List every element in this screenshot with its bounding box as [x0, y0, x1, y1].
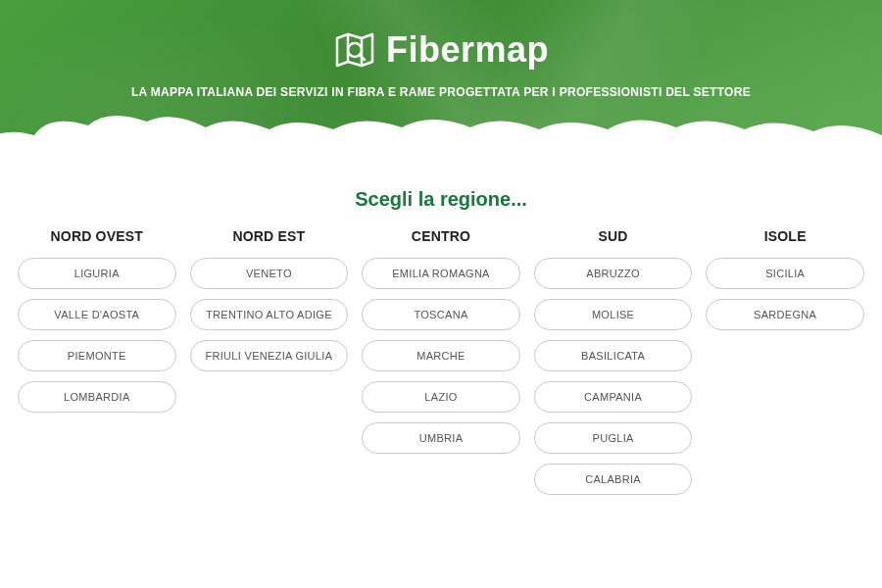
region-button[interactable]: EMILIA ROMAGNA [362, 258, 520, 289]
region-column: CENTROEMILIA ROMAGNATOSCANAMARCHELAZIOUM… [362, 228, 520, 505]
region-button[interactable]: BASILICATA [534, 340, 693, 371]
column-title: NORD EST [190, 228, 349, 244]
region-button[interactable]: UMBRIA [362, 422, 520, 454]
region-button[interactable]: FRIULI VENEZIA GIULIA [190, 340, 349, 371]
column-title: ISOLE [706, 228, 864, 244]
logo: Fibermap [333, 29, 549, 71]
region-column: SUDABRUZZOMOLISEBASILICATACAMPANIAPUGLIA… [534, 228, 693, 505]
column-title: NORD OVEST [18, 228, 176, 244]
region-button[interactable]: CALABRIA [534, 464, 693, 495]
region-button[interactable]: MARCHE [362, 340, 520, 371]
column-title: CENTRO [362, 228, 520, 244]
region-column: ISOLESICILIASARDEGNA [706, 228, 864, 505]
column-title: SUD [534, 228, 693, 244]
tagline: LA MAPPA ITALIANA DEI SERVIZI IN FIBRA E… [0, 85, 882, 99]
main-content: Scegli la regione... NORD OVESTLIGURIAVA… [0, 165, 882, 505]
region-button[interactable]: VALLE D'AOSTA [18, 299, 176, 330]
region-button[interactable]: VENETO [190, 258, 349, 289]
region-button[interactable]: LAZIO [362, 381, 520, 413]
region-button[interactable]: LOMBARDIA [18, 381, 176, 413]
hero-banner: Fibermap LA MAPPA ITALIANA DEI SERVIZI I… [0, 0, 882, 165]
region-column: NORD ESTVENETOTRENTINO ALTO ADIGEFRIULI … [190, 228, 349, 505]
region-button[interactable]: SICILIA [706, 258, 864, 289]
region-button[interactable]: PUGLIA [534, 422, 693, 454]
region-button[interactable]: PIEMONTE [18, 340, 176, 371]
region-button[interactable]: ABRUZZO [534, 258, 693, 289]
region-button[interactable]: TOSCANA [362, 299, 520, 330]
region-button[interactable]: CAMPANIA [534, 381, 693, 413]
region-button[interactable]: SARDEGNA [706, 299, 864, 330]
region-button[interactable]: TRENTINO ALTO ADIGE [190, 299, 349, 330]
logo-text: Fibermap [386, 29, 549, 71]
map-icon [333, 30, 376, 70]
region-columns: NORD OVESTLIGURIAVALLE D'AOSTAPIEMONTELO… [18, 228, 864, 505]
region-column: NORD OVESTLIGURIAVALLE D'AOSTAPIEMONTELO… [18, 228, 176, 505]
cloud-divider [0, 108, 882, 165]
region-button[interactable]: LIGURIA [18, 258, 176, 289]
region-button[interactable]: MOLISE [534, 299, 693, 330]
choose-region-title: Scegli la regione... [18, 188, 864, 211]
